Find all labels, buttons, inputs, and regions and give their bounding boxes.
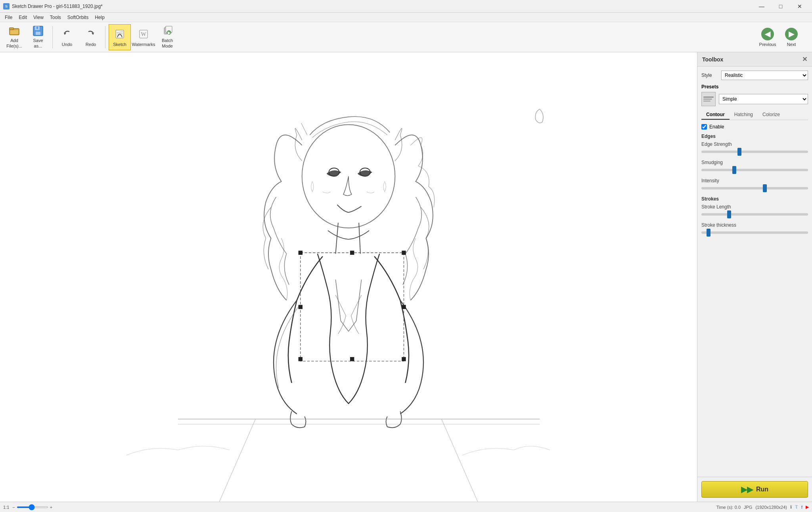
menu-view[interactable]: View xyxy=(30,14,47,21)
watermarks-label: Watermarks xyxy=(132,42,155,47)
edges-section: Edges Edge Strength Smudging Intensity xyxy=(701,134,808,191)
edge-strength-label: Edge Strength xyxy=(701,141,808,147)
smudging-container: Smudging xyxy=(701,160,808,172)
menu-file[interactable]: File xyxy=(2,14,15,21)
nav-buttons: ◀ Previous ▶ Next xyxy=(756,24,802,50)
facebook-icon[interactable]: f xyxy=(801,505,802,510)
zoom-plus-icon: + xyxy=(50,505,52,510)
previous-button[interactable]: ◀ Previous xyxy=(756,24,779,50)
menu-tools[interactable]: Tools xyxy=(47,14,64,21)
menu-help[interactable]: Help xyxy=(92,14,108,21)
stroke-length-slider[interactable] xyxy=(701,213,808,216)
close-button[interactable]: ✕ xyxy=(791,0,809,13)
sketch-icon xyxy=(113,28,126,40)
status-right: Time (s): 0.0 JPG (1920x1280x24) ℹ 𝕋 f ▶ xyxy=(716,504,809,510)
svg-rect-1 xyxy=(10,28,13,30)
sketch-label: Sketch xyxy=(113,42,126,47)
next-arrow-icon: ▶ xyxy=(785,28,798,40)
canvas-area[interactable] xyxy=(0,52,697,502)
run-button[interactable]: ▶▶ Run xyxy=(701,481,808,498)
maximize-button[interactable]: □ xyxy=(772,0,790,13)
tabs-row: Contour Hatching Colorize xyxy=(701,110,808,120)
style-label: Style xyxy=(701,73,721,78)
undo-icon xyxy=(61,28,73,40)
previous-label: Previous xyxy=(759,42,776,47)
status-bar: 1:1 − + Time (s): 0.0 JPG (1920x1280x24)… xyxy=(0,502,812,512)
next-label: Next xyxy=(787,42,796,47)
svg-rect-6 xyxy=(36,27,38,29)
edge-strength-container: Edge Strength xyxy=(701,141,808,154)
format-status: JPG xyxy=(744,505,752,510)
svg-rect-5 xyxy=(36,32,40,35)
stroke-length-label: Stroke Length xyxy=(701,204,808,210)
next-button[interactable]: ▶ Next xyxy=(780,24,802,50)
title-text: Sketch Drawer Pro - girl-511883_1920.jpg… xyxy=(12,4,103,9)
run-label: Run xyxy=(756,486,768,493)
strokes-section: Strokes Stroke Length Stroke thickness xyxy=(701,196,808,235)
presets-select[interactable]: Simple Detailed Bold xyxy=(719,94,808,104)
toolbox-panel: Toolbox ✕ Style Simple Realistic Artisti… xyxy=(697,52,812,502)
svg-rect-33 xyxy=(402,251,406,255)
minimize-button[interactable]: — xyxy=(753,0,771,13)
svg-rect-36 xyxy=(299,357,303,361)
redo-label: Redo xyxy=(86,42,96,47)
time-status: Time (s): 0.0 xyxy=(716,505,741,510)
enable-checkbox[interactable] xyxy=(701,124,707,130)
toolbox-close-button[interactable]: ✕ xyxy=(802,55,807,63)
add-files-label: AddFile(s)... xyxy=(6,38,22,48)
title-bar-left: S Sketch Drawer Pro - girl-511883_1920.j… xyxy=(3,3,103,10)
watermarks-button[interactable]: W Watermarks xyxy=(132,24,155,50)
run-arrow-icon: ▶▶ xyxy=(741,485,753,494)
title-bar-controls: — □ ✕ xyxy=(753,0,809,13)
menu-softorbits[interactable]: SoftOrbits xyxy=(64,14,92,21)
info-icon[interactable]: ℹ xyxy=(790,504,792,510)
smudging-slider[interactable] xyxy=(701,169,808,171)
stroke-thickness-slider[interactable] xyxy=(701,231,808,234)
zoom-control: − + xyxy=(12,505,52,510)
svg-text:W: W xyxy=(141,31,146,37)
presets-section: Presets Simple Detailed Bold xyxy=(701,84,808,106)
save-as-label: Saveas... xyxy=(33,38,43,48)
presets-label: Presets xyxy=(701,84,808,90)
svg-rect-32 xyxy=(350,251,354,255)
stroke-length-container: Stroke Length xyxy=(701,204,808,217)
dimensions-status: (1920x1280x24) xyxy=(755,505,787,510)
main-layout: Toolbox ✕ Style Simple Realistic Artisti… xyxy=(0,52,812,502)
toolbox-title: Toolbox xyxy=(702,56,723,63)
redo-button[interactable]: Redo xyxy=(80,24,102,50)
presets-icon xyxy=(701,92,716,106)
sketch-button[interactable]: Sketch xyxy=(109,24,131,50)
tab-contour[interactable]: Contour xyxy=(701,110,730,120)
svg-rect-37 xyxy=(350,357,354,361)
undo-label: Undo xyxy=(62,42,72,47)
edge-strength-slider[interactable] xyxy=(701,151,808,153)
svg-rect-31 xyxy=(299,251,303,255)
svg-rect-2 xyxy=(10,30,18,34)
zoom-slider[interactable] xyxy=(17,506,48,508)
svg-rect-35 xyxy=(402,305,406,309)
style-row: Style Simple Realistic Artistic xyxy=(701,71,808,80)
prev-arrow-icon: ◀ xyxy=(761,28,774,40)
intensity-container: Intensity xyxy=(701,178,808,191)
presets-row: Simple Detailed Bold xyxy=(701,92,808,106)
tab-colorize[interactable]: Colorize xyxy=(758,110,785,120)
menu-edit[interactable]: Edit xyxy=(15,14,30,21)
toolbar-separator-1 xyxy=(52,26,53,48)
title-bar: S Sketch Drawer Pro - girl-511883_1920.j… xyxy=(0,0,812,13)
sketch-image xyxy=(0,52,697,502)
save-as-button[interactable]: Saveas... xyxy=(27,24,49,50)
run-section: ▶▶ Run xyxy=(697,477,812,502)
style-select[interactable]: Simple Realistic Artistic xyxy=(721,71,808,80)
intensity-slider[interactable] xyxy=(701,187,808,189)
twitter-icon[interactable]: 𝕋 xyxy=(795,504,798,510)
batch-mode-button[interactable]: ▶ BatchMode xyxy=(156,24,178,50)
zoom-ratio: 1:1 xyxy=(3,505,9,510)
add-files-button[interactable]: AddFile(s)... xyxy=(3,24,25,50)
status-left: 1:1 − + xyxy=(3,505,52,510)
strokes-section-label: Strokes xyxy=(701,196,808,202)
youtube-icon[interactable]: ▶ xyxy=(806,504,809,510)
redo-icon xyxy=(84,28,97,40)
folder-open-icon xyxy=(8,25,21,36)
tab-hatching[interactable]: Hatching xyxy=(730,110,758,120)
undo-button[interactable]: Undo xyxy=(56,24,78,50)
